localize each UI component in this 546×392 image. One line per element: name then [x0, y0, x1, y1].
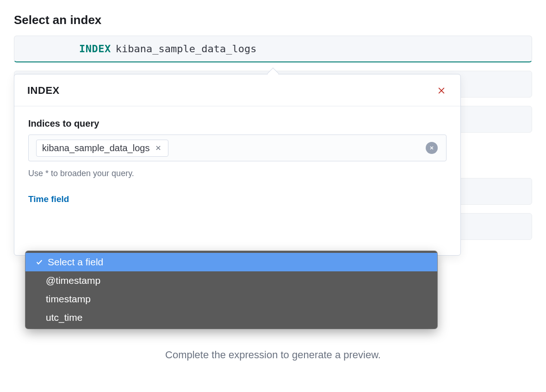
index-pill-label: kibana_sample_data_logs	[42, 143, 149, 153]
check-icon	[35, 258, 44, 266]
indices-label: Indices to query	[28, 118, 447, 129]
dropdown-option-label: Select a field	[48, 257, 103, 268]
dropdown-option-label: timestamp	[46, 294, 91, 305]
dropdown-option-label: @timestamp	[46, 275, 100, 286]
index-popover: INDEX Indices to query kibana_sample_dat…	[14, 74, 461, 256]
expression-keyword: INDEX	[24, 43, 111, 55]
index-pill: kibana_sample_data_logs	[36, 140, 168, 157]
preview-message: Complete the expression to generate a pr…	[0, 349, 546, 361]
time-field-dropdown[interactable]: Select a field @timestamp timestamp utc_…	[25, 251, 437, 329]
close-icon[interactable]	[435, 85, 447, 97]
dropdown-option-placeholder[interactable]: Select a field	[25, 253, 437, 271]
popover-title: INDEX	[27, 85, 60, 97]
time-field-label: Time field	[28, 194, 447, 204]
indices-combobox[interactable]: kibana_sample_data_logs	[28, 135, 447, 161]
dropdown-option[interactable]: @timestamp	[25, 271, 437, 290]
remove-pill-icon[interactable]	[154, 144, 162, 152]
dropdown-option[interactable]: utc_time	[25, 308, 437, 327]
dropdown-option[interactable]: timestamp	[25, 290, 437, 308]
expression-value: kibana_sample_data_logs	[116, 43, 257, 55]
indices-hint: Use * to broaden your query.	[28, 169, 447, 178]
clear-all-icon[interactable]	[426, 142, 438, 154]
page-title: Select an index	[14, 13, 532, 27]
dropdown-option-label: utc_time	[46, 312, 82, 323]
index-expression-bar[interactable]: INDEX kibana_sample_data_logs	[14, 36, 532, 62]
